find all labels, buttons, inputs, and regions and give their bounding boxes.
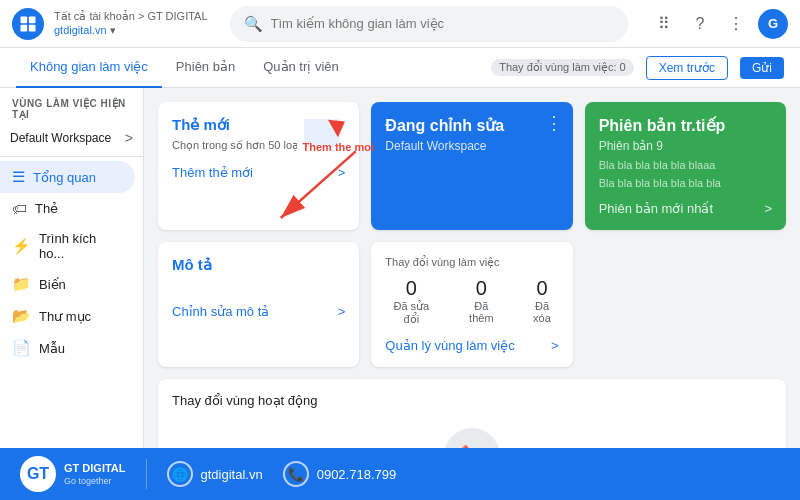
version-card[interactable]: Phiên bản tr.tiếp Phiên bản 9 Bla bla bl…	[585, 102, 786, 230]
topbar: Tất cả tài khoản > GT DIGITAL gtdigital.…	[0, 0, 800, 48]
apps-icon[interactable]: ⠿	[650, 10, 678, 38]
help-icon[interactable]: ?	[686, 10, 714, 38]
tab-version[interactable]: Phiên bản	[162, 48, 249, 88]
overview-icon: ☰	[12, 168, 25, 186]
new-tag-card[interactable]: Thẻ mới Chọn trong số hơn 50 loại thẻ Th…	[158, 102, 359, 230]
sidebar: VÙNG LÀM VIỆC HIỆN TẠI Default Workspace…	[0, 88, 144, 500]
globe-icon: 🌐	[167, 461, 193, 487]
card-thumbnail	[297, 114, 347, 152]
account-selector[interactable]: gtdigital.vn ▾	[54, 24, 208, 37]
main-content: Them the moi Thẻ mới Chọn trong số hơn 5…	[144, 88, 800, 500]
folder-icon: 📂	[12, 307, 31, 325]
desc-title: Mô tả	[172, 256, 345, 274]
footer-phone[interactable]: 📞 0902.718.799	[283, 461, 397, 487]
search-input[interactable]	[271, 16, 614, 31]
sidebar-item-label: Mẫu	[39, 341, 65, 356]
svg-rect-3	[29, 24, 36, 31]
version-text2: Bla bla bla bla bla bla bla	[599, 177, 772, 189]
avatar[interactable]: G	[758, 9, 788, 39]
svg-rect-0	[21, 16, 28, 23]
variable-icon: 📁	[12, 275, 31, 293]
preview-button[interactable]: Xem trước	[646, 56, 728, 80]
breadcrumb: Tất cả tài khoản > GT DIGITAL	[54, 10, 208, 23]
menu-icon[interactable]: ⋮	[722, 10, 750, 38]
changes-link[interactable]: Quản lý vùng làm việc >	[385, 338, 558, 353]
editing-title: Đang chỉnh sửa	[385, 116, 558, 135]
card-menu-icon[interactable]: ⋮	[545, 112, 563, 134]
tab-admin[interactable]: Quản trị viên	[249, 48, 353, 88]
cards-grid-top: Thẻ mới Chọn trong số hơn 50 loại thẻ Th…	[158, 102, 786, 230]
footer-website[interactable]: 🌐 gtdigital.vn	[167, 461, 263, 487]
version-subtitle: Phiên bản 9	[599, 139, 772, 153]
navtabs: Không gian làm việc Phiên bản Quản trị v…	[0, 48, 800, 88]
stat-added: 0 Đã thêm	[461, 277, 501, 326]
sidebar-item-tags[interactable]: 🏷 Thẻ	[0, 193, 135, 224]
footer-brand: GT GT DIGITAL Go together	[20, 456, 126, 492]
activity-section: Thay đổi vùng hoạt động ✏️	[158, 379, 786, 459]
tag-icon: 🏷	[12, 200, 27, 217]
sidebar-item-templates[interactable]: 📄 Mẫu	[0, 332, 135, 364]
version-badge: Thay đổi vùng làm việc: 0	[491, 59, 634, 76]
trigger-icon: ⚡	[12, 237, 31, 255]
svg-rect-2	[21, 24, 28, 31]
phone-icon: 📞	[283, 461, 309, 487]
stat-deleted: 0 Đã xóa	[525, 277, 558, 326]
sidebar-item-label: Tổng quan	[33, 170, 96, 185]
new-tag-link[interactable]: Thêm thẻ mới >	[172, 165, 345, 180]
svg-rect-1	[29, 16, 36, 23]
app-logo	[12, 8, 44, 40]
chevron-right-icon: >	[125, 130, 133, 146]
version-title: Phiên bản tr.tiếp	[599, 116, 772, 135]
changes-title: Thay đổi vùng làm việc	[385, 256, 558, 269]
topbar-actions: ⠿ ? ⋮ G	[650, 9, 788, 39]
sidebar-item-label: Biến	[39, 277, 66, 292]
sidebar-divider	[0, 156, 143, 157]
sidebar-item-label: Thẻ	[35, 201, 58, 216]
sidebar-item-overview[interactable]: ☰ Tổng quan	[0, 161, 135, 193]
main-layout: VÙNG LÀM VIỆC HIỆN TẠI Default Workspace…	[0, 88, 800, 500]
tab-workspace[interactable]: Không gian làm việc	[16, 48, 162, 88]
activity-title: Thay đổi vùng hoạt động	[172, 393, 772, 408]
footer-brand-text: GT DIGITAL Go together	[64, 462, 126, 485]
new-tag-icon-area	[297, 114, 347, 152]
editing-subtitle: Default Workspace	[385, 139, 558, 153]
arrow-decoration	[328, 114, 347, 137]
version-link[interactable]: Phiên bản mới nhất >	[599, 201, 772, 216]
send-button[interactable]: Gửi	[740, 57, 784, 79]
cards-grid-bottom: Mô tả Chỉnh sửa mô tả > Thay đổi vùng là…	[158, 242, 786, 367]
editing-card[interactable]: ⋮ Đang chỉnh sửa Default Workspace	[371, 102, 572, 230]
stats-row: 0 Đã sửa đổi 0 Đã thêm 0 Đã xóa	[385, 277, 558, 326]
footer: GT GT DIGITAL Go together 🌐 gtdigital.vn…	[0, 448, 800, 500]
description-card[interactable]: Mô tả Chỉnh sửa mô tả >	[158, 242, 359, 367]
card-thumb-inner	[304, 119, 340, 147]
sidebar-section-label: VÙNG LÀM VIỆC HIỆN TẠI	[0, 88, 143, 124]
template-icon: 📄	[12, 339, 31, 357]
sidebar-item-folders[interactable]: 📂 Thư mục	[0, 300, 135, 332]
workspace-selector[interactable]: Default Workspace >	[0, 124, 143, 152]
workspace-name: Default Workspace	[10, 131, 111, 145]
desc-link[interactable]: Chỉnh sửa mô tả >	[172, 304, 345, 319]
search-bar[interactable]: 🔍	[230, 6, 628, 42]
navtabs-right: Thay đổi vùng làm việc: 0 Xem trước Gửi	[491, 56, 784, 80]
footer-divider	[146, 459, 147, 489]
sidebar-item-label: Trình kích ho...	[39, 231, 123, 261]
sidebar-item-label: Thư mục	[39, 309, 91, 324]
search-icon: 🔍	[244, 15, 263, 33]
sidebar-item-variables[interactable]: 📁 Biến	[0, 268, 135, 300]
stat-modified: 0 Đã sửa đổi	[385, 277, 437, 326]
footer-logo-icon: GT	[20, 456, 56, 492]
sidebar-item-triggers[interactable]: ⚡ Trình kích ho...	[0, 224, 135, 268]
changes-card[interactable]: Thay đổi vùng làm việc 0 Đã sửa đổi 0 Đã…	[371, 242, 572, 367]
version-text1: Bla bla bla bla bla blaaa	[599, 159, 772, 171]
